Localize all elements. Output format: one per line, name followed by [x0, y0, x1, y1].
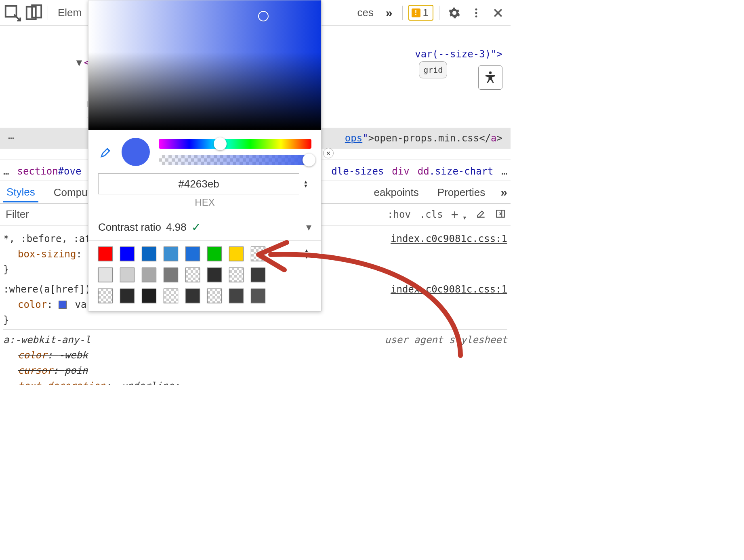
- hex-input[interactable]: [98, 173, 299, 194]
- palette-swatch[interactable]: [229, 267, 244, 282]
- palette-swatch[interactable]: [98, 267, 113, 282]
- palette-swatch[interactable]: [98, 246, 113, 261]
- cls-toggle[interactable]: .cls: [419, 209, 444, 220]
- tab-computed[interactable]: Comput: [50, 182, 94, 202]
- tab-properties[interactable]: Properties: [434, 182, 489, 202]
- spectrum-dragger-icon[interactable]: [258, 11, 269, 21]
- ellipsis-icon: ⋯: [8, 130, 14, 146]
- palette-swatch[interactable]: [207, 288, 222, 303]
- close-icon[interactable]: [489, 4, 507, 22]
- hov-toggle[interactable]: :hov: [387, 209, 412, 220]
- palette-swatch[interactable]: [229, 288, 244, 303]
- css-source-link[interactable]: index.c0c9081c.css:1: [391, 282, 507, 297]
- palette-swatch[interactable]: [142, 288, 156, 303]
- breadcrumb-item[interactable]: dd.size-chart: [418, 166, 494, 177]
- color-swatch-icon[interactable]: [59, 301, 67, 309]
- css-declaration-overridden[interactable]: cursor: poin: [3, 363, 507, 378]
- svg-point-5: [475, 15, 477, 17]
- palette-swatch[interactable]: [142, 267, 156, 282]
- palette-swatch[interactable]: [251, 246, 265, 261]
- toolbar-divider: [48, 6, 48, 20]
- new-rule-button[interactable]: +: [451, 207, 458, 221]
- select-element-icon[interactable]: [3, 4, 22, 22]
- dom-text: a: [491, 133, 496, 144]
- palette-swatch[interactable]: [164, 288, 178, 303]
- css-selector[interactable]: *, :before, :af: [3, 231, 91, 246]
- palette-swatch[interactable]: [229, 246, 244, 261]
- tab-styles[interactable]: Styles: [3, 182, 38, 202]
- css-rule-close: }: [3, 312, 507, 328]
- css-source-link[interactable]: index.c0c9081c.css:1: [391, 231, 507, 246]
- palette-swatch[interactable]: [98, 288, 113, 303]
- issues-badge[interactable]: ! 1: [408, 5, 433, 21]
- palette-swatch[interactable]: [142, 246, 156, 261]
- chevron-down-icon[interactable]: ▾: [306, 221, 311, 234]
- contrast-value: 4.98: [166, 221, 187, 234]
- tab-sources-partial[interactable]: ces: [352, 6, 378, 19]
- css-prop-name: box-sizing: [18, 248, 76, 260]
- contrast-label: Contrast ratio: [98, 221, 161, 234]
- palette-swatch[interactable]: [185, 267, 200, 282]
- current-color-preview: [122, 138, 150, 166]
- grid-badge-pill[interactable]: grid: [419, 61, 447, 78]
- alpha-slider[interactable]: [159, 155, 311, 165]
- dom-link-text[interactable]: ops: [345, 133, 362, 144]
- swatch-palette: ▲▼: [88, 240, 321, 311]
- alpha-slider-thumb[interactable]: [303, 154, 315, 166]
- palette-swatch[interactable]: [120, 288, 135, 303]
- issues-count: 1: [423, 6, 429, 19]
- color-spectrum-area[interactable]: [88, 0, 321, 130]
- css-declaration-overridden[interactable]: color: -webk: [3, 347, 507, 363]
- color-format-spinner[interactable]: ▲▼: [303, 180, 311, 187]
- svg-point-6: [489, 72, 492, 74]
- palette-swatch[interactable]: [185, 246, 200, 261]
- toolbar-divider: [402, 6, 403, 20]
- contrast-ratio-row[interactable]: Contrast ratio 4.98 ✓ ▾: [88, 214, 321, 240]
- palette-swatch[interactable]: [251, 288, 265, 303]
- kebab-menu-icon[interactable]: [467, 4, 485, 22]
- computed-panel-toggle-icon[interactable]: [495, 208, 507, 221]
- tab-elements[interactable]: Elem: [53, 6, 86, 19]
- dom-text: >open-props.min.css</: [368, 133, 491, 144]
- color-format-label: HEX: [88, 197, 321, 214]
- breadcrumb-ellipsis[interactable]: …: [502, 166, 507, 177]
- palette-swatch[interactable]: [185, 288, 200, 303]
- more-subtabs-button[interactable]: »: [500, 185, 507, 199]
- contrast-pass-icon: ✓: [191, 221, 201, 234]
- disclosure-triangle-down-icon[interactable]: ▼: [76, 55, 82, 71]
- palette-swatch[interactable]: [251, 267, 265, 282]
- breadcrumb-ellipsis[interactable]: …: [3, 166, 9, 177]
- brush-icon[interactable]: [476, 208, 488, 221]
- css-source-ua: user agent stylesheet: [385, 332, 507, 347]
- more-tabs-button[interactable]: »: [382, 6, 397, 20]
- dom-attr-value: var(--size-3)">: [415, 48, 502, 60]
- css-selector[interactable]: a:-webkit-any-l: [3, 332, 91, 347]
- palette-spinner[interactable]: ▲▼: [304, 248, 311, 260]
- shorthand-expand-icon[interactable]: ▸: [111, 381, 121, 385]
- dom-text: >: [497, 133, 502, 144]
- gear-icon[interactable]: [445, 4, 464, 22]
- breadcrumb-item[interactable]: dle-sizes: [331, 166, 384, 177]
- palette-swatch[interactable]: [207, 246, 222, 261]
- breadcrumb-item[interactable]: section#ove: [17, 166, 81, 177]
- css-declaration-overridden[interactable]: text-decoration:▸underline;: [3, 378, 507, 385]
- palette-swatch[interactable]: [120, 267, 135, 282]
- eyedropper-button[interactable]: [98, 144, 114, 160]
- css-prop-name: color: [18, 299, 47, 310]
- tab-breakpoints[interactable]: eakpoints: [371, 182, 422, 202]
- svg-point-3: [475, 8, 477, 10]
- palette-swatch[interactable]: [207, 267, 222, 282]
- hue-slider[interactable]: [159, 139, 311, 149]
- palette-swatch[interactable]: [120, 246, 135, 261]
- scroll-into-view-chip[interactable]: ×: [323, 148, 334, 158]
- color-picker-popover: ▲▼ HEX Contrast ratio 4.98 ✓ ▾ ▲▼: [88, 0, 322, 312]
- warning-icon: !: [412, 8, 420, 17]
- accessibility-panel-button[interactable]: [478, 65, 502, 90]
- breadcrumb-item[interactable]: div: [392, 166, 409, 177]
- palette-swatch[interactable]: [164, 246, 178, 261]
- device-toggle-icon[interactable]: [24, 4, 43, 22]
- toolbar-divider: [439, 6, 439, 20]
- palette-swatch[interactable]: [164, 267, 178, 282]
- css-selector[interactable]: :where(a[href]): [3, 282, 91, 297]
- hue-slider-thumb[interactable]: [214, 137, 227, 150]
